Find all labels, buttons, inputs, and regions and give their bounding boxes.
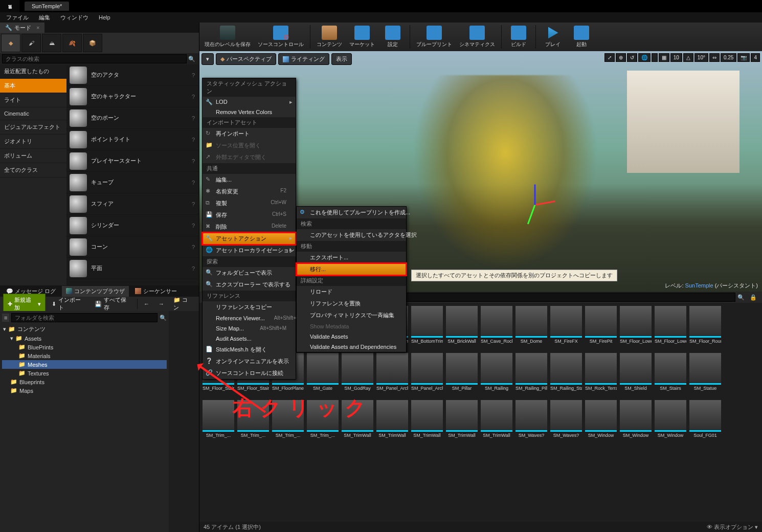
asset-tile[interactable]: SM_Cave_Rock_Large02: [481, 306, 512, 349]
asset-tile[interactable]: SM_Floor_Lower2: [655, 306, 686, 349]
asset-tile[interactable]: SM_TrimWall: [446, 400, 478, 443]
search-icon[interactable]: 🔍: [160, 315, 167, 321]
asset-tile[interactable]: Soul_FG01: [689, 400, 721, 443]
ue-logo[interactable]: 𝖚: [0, 0, 19, 12]
toolbar-button[interactable]: シネマティクス: [456, 25, 498, 49]
mode-landscape[interactable]: ⛰: [42, 34, 61, 52]
asset-tile[interactable]: SM_Stairs: [655, 353, 686, 396]
viewport-tool[interactable]: ⤢: [604, 53, 615, 62]
ctx-remove-vertex-colors[interactable]: Remove Vertex Colors: [203, 107, 296, 117]
asset-tile[interactable]: SM_Gate: [307, 353, 339, 396]
viewport-tool[interactable]: 4: [751, 53, 760, 62]
actor-row[interactable]: ポイントライト?: [66, 129, 199, 150]
actor-row[interactable]: 平面?: [66, 258, 199, 279]
tree-node[interactable]: 📁 Maps: [2, 386, 167, 395]
help-icon[interactable]: ?: [192, 223, 195, 229]
toolbar-button[interactable]: マーケット: [346, 25, 378, 49]
tree-node[interactable]: 📁 Textures: [2, 369, 167, 378]
mode-foliage[interactable]: 🍂: [62, 34, 82, 52]
project-tab[interactable]: SunTemple*: [25, 2, 69, 11]
asset-tile[interactable]: SM_Window: [655, 400, 686, 443]
ctx-reference-viewer[interactable]: Reference Viewer...Alt+Shift+R: [203, 313, 296, 323]
category-item[interactable]: ボリューム: [0, 149, 66, 163]
actor-row[interactable]: キューブ?: [66, 172, 199, 193]
asset-tile[interactable]: SM_Rock_Terrain: [585, 353, 617, 396]
ctx-show-in-explorer[interactable]: 🔍エクスプローラー で表示する: [203, 279, 296, 291]
viewport-tool[interactable]: ▦: [659, 53, 669, 62]
help-icon[interactable]: ?: [192, 94, 195, 100]
help-icon[interactable]: ?: [192, 180, 195, 186]
close-icon[interactable]: ×: [36, 25, 39, 31]
actor-row[interactable]: プレイヤースタート?: [66, 150, 199, 172]
viewport-tool[interactable]: ⇔: [709, 53, 720, 62]
menu-window[interactable]: ウィンドウ: [56, 13, 93, 23]
help-icon[interactable]: ?: [192, 115, 195, 121]
ctx-replace-references[interactable]: リファレンスを置換: [297, 298, 406, 309]
vp-perspective[interactable]: ◆パースペクティブ: [216, 53, 276, 65]
help-icon[interactable]: ?: [192, 244, 195, 250]
modes-tab[interactable]: 🔧 モード ×: [0, 23, 44, 33]
help-icon[interactable]: ?: [192, 158, 195, 164]
ctx-delete[interactable]: ✖削除Delete: [203, 221, 296, 233]
mode-paint[interactable]: 🖌: [21, 34, 41, 52]
viewport-tool[interactable]: 📷: [737, 53, 750, 62]
mode-place[interactable]: ◆: [1, 34, 20, 52]
ctx-asset-localization[interactable]: 🌐アセットローカライゼーション▸: [203, 245, 296, 256]
asset-tile[interactable]: SM_Pillar: [446, 353, 478, 396]
asset-tile[interactable]: SM_Window: [620, 400, 652, 443]
category-item[interactable]: ライト: [0, 93, 66, 107]
view-options-button[interactable]: 👁 表示オプション ▾: [707, 523, 758, 530]
actor-row[interactable]: シリンダー?: [66, 215, 199, 236]
asset-tile[interactable]: SM_FireFX: [550, 306, 582, 349]
menu-file[interactable]: ファイル: [2, 13, 33, 23]
ctx-property-matrix[interactable]: プロパティマトリクスで一斉編集: [297, 309, 406, 321]
toolbar-button[interactable]: ソースコントロール: [255, 25, 307, 49]
toolbar-button[interactable]: コンテンツ: [313, 25, 345, 49]
asset-tile[interactable]: SM_Floor_Lower: [620, 306, 652, 349]
ctx-duplicate[interactable]: ⧉複製Ctrl+W: [203, 197, 296, 209]
viewport-tool[interactable]: ↺: [627, 53, 637, 62]
viewport-tool[interactable]: △: [683, 53, 693, 62]
actor-row[interactable]: 空のポーン?: [66, 107, 199, 129]
tree-node[interactable]: ▾ 📁 Assets: [2, 334, 167, 343]
lock-icon[interactable]: 🔒: [747, 294, 760, 301]
asset-tile[interactable]: SM_GodRay: [342, 353, 373, 396]
ctx-reload[interactable]: リロード: [297, 286, 406, 298]
ctx-reimport[interactable]: ↻再インポート: [203, 128, 296, 140]
tree-node[interactable]: 📁 Blueprints: [2, 378, 167, 386]
help-icon[interactable]: ?: [192, 72, 195, 78]
asset-tile[interactable]: SM_TrimWall: [411, 400, 443, 443]
ctx-asset-actions[interactable]: 🔧アセットアクション▸: [203, 233, 296, 245]
help-icon[interactable]: ?: [192, 265, 195, 272]
asset-tile[interactable]: SM_TrimWall: [376, 400, 408, 443]
category-item[interactable]: ジオメトリ: [0, 135, 66, 149]
viewport-tool[interactable]: 0.25: [721, 53, 736, 62]
asset-tile[interactable]: SM_Panel_Arch: [376, 353, 408, 396]
viewport-tool[interactable]: 10: [670, 53, 682, 62]
toolbar-button[interactable]: 現在のレベルを保存: [201, 25, 254, 49]
asset-tile[interactable]: SM_Window: [585, 400, 617, 443]
ctx-audit-assets[interactable]: Audit Assets...: [203, 334, 296, 344]
toolbar-button[interactable]: 起動: [568, 25, 595, 49]
ctx-select-actors-using[interactable]: このアセットを使用しているアクタを選択: [297, 229, 406, 241]
category-item[interactable]: Cinematic: [0, 107, 66, 120]
ctx-size-map[interactable]: Size Map...Alt+Shift+M: [203, 323, 296, 334]
toolbar-button[interactable]: ブループリント: [413, 25, 455, 49]
search-icon[interactable]: 🔍: [737, 294, 745, 301]
tree-toggle-icon[interactable]: ≡: [2, 314, 9, 322]
ctx-validate-assets[interactable]: Validate Assets: [297, 331, 406, 342]
path-fwd[interactable]: →: [155, 299, 167, 309]
menu-help[interactable]: Help: [95, 13, 115, 21]
ctx-export[interactable]: エクスポート...: [297, 252, 406, 263]
category-item[interactable]: 全てのクラス: [0, 163, 66, 178]
ctx-validate-deps[interactable]: Validate Assets and Dependencies: [297, 342, 406, 352]
asset-tile[interactable]: SM_Dome: [516, 306, 547, 349]
toolbar-button[interactable]: ビルド: [505, 25, 532, 49]
category-item[interactable]: 基本: [0, 79, 66, 93]
ctx-lod[interactable]: 🔧LOD▸: [203, 97, 296, 107]
actor-row[interactable]: 空のキャラクター?: [66, 86, 199, 107]
viewport-tool[interactable]: 10°: [694, 53, 708, 62]
ctx-migrate[interactable]: 移行...: [297, 263, 406, 275]
asset-tile[interactable]: SM_BrickWall: [446, 306, 478, 349]
search-icon[interactable]: 🔍: [187, 56, 197, 62]
